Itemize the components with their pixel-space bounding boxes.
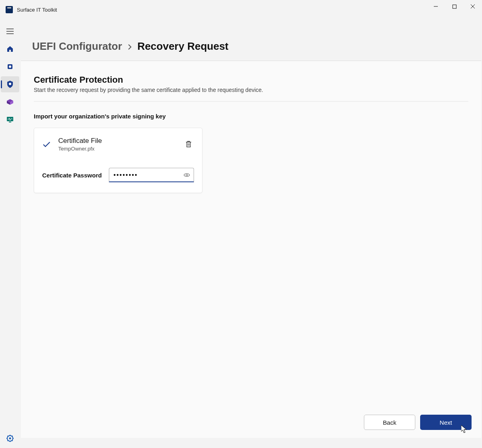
svg-point-9 [9, 83, 11, 85]
certificate-file-name: TempOwner.pfx [58, 146, 176, 152]
delete-certificate-button[interactable] [183, 139, 194, 150]
certificate-file-row: Certificate File TempOwner.pfx [42, 137, 194, 152]
svg-line-21 [12, 436, 13, 437]
monitor-icon [6, 116, 14, 123]
gear-icon [6, 435, 14, 442]
shield-icon [7, 81, 13, 88]
certificate-file-info: Certificate File TempOwner.pfx [58, 137, 176, 152]
password-label: Certificate Password [42, 172, 102, 179]
breadcrumb-parent[interactable]: UEFI Configurator [32, 40, 122, 53]
breadcrumb: UEFI Configurator Recovery Request [20, 19, 482, 61]
minimize-button[interactable] [427, 0, 445, 13]
section-title: Certificate Protection [34, 75, 468, 85]
import-heading: Import your organization's private signi… [34, 113, 468, 120]
svg-point-13 [9, 438, 11, 440]
divider [34, 101, 468, 102]
app-icon [6, 6, 13, 13]
nav-home[interactable] [1, 41, 19, 57]
minimize-icon [433, 4, 438, 9]
eraser-icon [7, 63, 13, 70]
svg-rect-11 [9, 122, 11, 122]
close-icon [470, 4, 475, 9]
check-icon [42, 141, 51, 148]
hamburger-icon [6, 29, 14, 34]
wizard-footer: Back Next [364, 415, 472, 430]
close-button[interactable] [464, 0, 482, 13]
titlebar: Surface IT Toolkit [0, 0, 482, 19]
maximize-icon [452, 4, 457, 9]
back-button[interactable]: Back [364, 415, 415, 430]
hamburger-button[interactable] [1, 23, 19, 39]
nav-recovery-tool[interactable] [1, 94, 19, 110]
nav-settings[interactable] [1, 430, 19, 446]
eye-icon [184, 173, 190, 177]
reveal-password-button[interactable] [182, 170, 192, 180]
next-button[interactable]: Next [420, 415, 472, 430]
app-title: Surface IT Toolkit [17, 7, 57, 13]
section-description: Start the recovery request by providing … [34, 87, 468, 93]
maximize-button[interactable] [445, 0, 464, 13]
nav-diagnostics[interactable] [1, 112, 19, 128]
content-panel: Certificate Protection Start the recover… [21, 61, 481, 438]
chevron-right-icon [128, 44, 132, 50]
nav-rail [0, 19, 20, 448]
svg-point-8 [9, 65, 11, 68]
password-row: Certificate Password [42, 168, 194, 182]
svg-point-24 [186, 174, 188, 176]
certificate-file-label: Certificate File [58, 137, 176, 145]
svg-line-19 [12, 440, 13, 441]
breadcrumb-current: Recovery Request [137, 40, 229, 53]
box-icon [6, 99, 14, 105]
certificate-card: Certificate File TempOwner.pfx Certifica… [34, 128, 202, 193]
nav-data-eraser[interactable] [1, 59, 19, 75]
svg-line-18 [8, 436, 8, 437]
window-controls [427, 0, 482, 13]
svg-rect-1 [453, 5, 456, 8]
trash-icon [186, 141, 192, 148]
home-icon [6, 45, 14, 53]
svg-line-20 [8, 440, 8, 441]
certificate-password-input[interactable] [109, 168, 194, 182]
password-input-wrap [109, 168, 194, 182]
nav-uefi-configurator[interactable] [1, 76, 19, 92]
main-area: UEFI Configurator Recovery Request Certi… [20, 19, 482, 448]
